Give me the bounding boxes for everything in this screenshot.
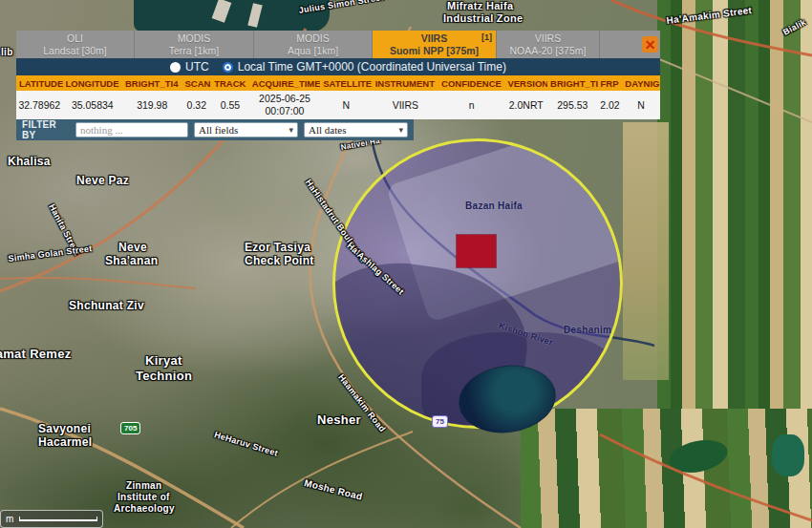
map-place-label: Nesher bbox=[317, 412, 361, 427]
map-place-label: Archaeology bbox=[114, 503, 175, 514]
map-place-label: Neve bbox=[118, 241, 147, 254]
col-frp: FRP bbox=[598, 78, 623, 89]
col-bright-ti4: BRIGHT_TI4 bbox=[122, 78, 182, 89]
cell-confidence: n bbox=[438, 99, 504, 111]
col-satellite: SATELLITE bbox=[320, 78, 373, 89]
tab-modis-terra[interactable]: MODIS Terra [1km] bbox=[135, 31, 254, 58]
col-confidence: CONFIDENCE bbox=[438, 78, 504, 89]
cell-latitude: 32.78962 bbox=[16, 99, 63, 111]
local-time-label: Local Time GMT+0000 (Coordinated Univers… bbox=[238, 60, 506, 74]
tab-oli-landsat[interactable]: OLI Landsat [30m] bbox=[16, 31, 135, 58]
tab-label-line2: Aqua [1km] bbox=[254, 45, 372, 57]
map-place-label: Zinman bbox=[126, 480, 161, 491]
chevron-down-icon: ▾ bbox=[398, 125, 403, 135]
map-place-label: Bazan Haifa bbox=[465, 201, 523, 211]
radio-selected-icon bbox=[223, 62, 233, 73]
tabbar-filler: ✕ bbox=[600, 31, 660, 58]
cell-frp: 2.02 bbox=[598, 99, 623, 111]
cell-instrument: VIIRS bbox=[373, 99, 438, 111]
map-place-label: Kiryat bbox=[145, 353, 182, 368]
map-place-label: Khalisa bbox=[8, 155, 51, 168]
map-place-label: lib bbox=[1, 47, 13, 57]
col-acquire-time: ACQUIRE_TIME bbox=[249, 78, 320, 89]
map-place-label: Hacarmel bbox=[38, 435, 92, 449]
fields-select-value: All fields bbox=[199, 124, 238, 136]
tab-label-line2: NOAA-20 [375m] bbox=[497, 45, 599, 57]
detection-count-badge: [1] bbox=[481, 32, 492, 44]
sensor-tabbar: OLI Landsat [30m] MODIS Terra [1km] MODI… bbox=[16, 31, 660, 58]
map-place-label: Ezor Tasiya bbox=[245, 241, 310, 254]
tab-viirs-noaa20[interactable]: VIIRS NOAA-20 [375m] bbox=[497, 31, 600, 58]
firms-data-panel: OLI Landsat [30m] MODIS Terra [1km] MODI… bbox=[16, 31, 660, 140]
map-place-label: Neve Paz bbox=[76, 174, 129, 187]
close-icon[interactable]: ✕ bbox=[642, 36, 658, 53]
scale-label: m bbox=[6, 514, 13, 524]
map-place-label: Industrial Zone bbox=[443, 12, 523, 24]
col-instrument: INSTRUMENT bbox=[373, 78, 438, 89]
col-bright-ti5: BRIGHT_TI5 bbox=[547, 78, 598, 89]
cell-longitude: 35.05834 bbox=[63, 99, 122, 111]
map-place-label: Ramat Remez bbox=[0, 347, 72, 361]
tab-label-line1: OLI bbox=[16, 32, 134, 45]
filter-text-input[interactable] bbox=[75, 122, 188, 137]
map-place-label: Mifratz Haifa bbox=[447, 0, 513, 11]
map-place-label: Institute of bbox=[118, 492, 170, 502]
utc-label: UTC bbox=[185, 60, 209, 74]
tab-label-line1: MODIS bbox=[254, 32, 372, 45]
time-mode-bar: UTC Local Time GMT+0000 (Coordinated Uni… bbox=[16, 58, 660, 75]
cell-scan: 0.32 bbox=[182, 99, 211, 111]
map-place-label: Sha'anan bbox=[105, 254, 158, 267]
road-shield-badge: 75 bbox=[432, 415, 448, 428]
filter-by-label: FILTER BY bbox=[22, 119, 70, 140]
col-daynight: DAYNIGHT bbox=[622, 78, 660, 89]
filter-bar: FILTER BY All fields ▾ All dates ▾ bbox=[16, 119, 414, 140]
tab-label-line1: VIIRS bbox=[373, 32, 496, 45]
table-header-row: LATITUDE LONGITUDE BRIGHT_TI4 SCAN TRACK… bbox=[16, 75, 660, 91]
detection-table-row[interactable]: 32.78962 35.05834 319.98 0.32 0.55 2025-… bbox=[16, 91, 660, 119]
tab-modis-aqua[interactable]: MODIS Aqua [1km] bbox=[254, 31, 373, 58]
firms-map-screen: Julius Simon StreetMifratz HaifaIndustri… bbox=[0, 0, 812, 528]
tab-label-line1: MODIS bbox=[135, 32, 253, 45]
dates-select-value: All dates bbox=[309, 124, 346, 136]
cell-version: 2.0NRT bbox=[504, 99, 547, 111]
map-place-label: Savyonei bbox=[38, 422, 91, 435]
tab-label-line2: Landsat [30m] bbox=[16, 45, 134, 57]
map-place-label: Shchunat Ziv bbox=[69, 299, 144, 312]
map-scale-bar: m bbox=[0, 510, 103, 528]
tab-viirs-snpp[interactable]: [1] VIIRS Suomi NPP [375m] bbox=[373, 31, 497, 58]
cell-daynight: N bbox=[622, 99, 660, 111]
scale-line bbox=[19, 517, 97, 521]
col-track: TRACK bbox=[211, 78, 249, 89]
cell-bright-ti4: 319.98 bbox=[122, 99, 182, 111]
acquire-clock: 00:07:00 bbox=[249, 105, 320, 117]
map-place-label: Technion bbox=[136, 369, 192, 383]
acquire-date: 2025-06-25 bbox=[249, 93, 320, 105]
map-place-label: Deshanim bbox=[564, 325, 611, 335]
col-scan: SCAN bbox=[182, 78, 211, 89]
col-version: VERSION bbox=[504, 78, 547, 89]
filter-fields-select[interactable]: All fields ▾ bbox=[194, 122, 298, 137]
tab-label-line2: Suomi NPP [375m] bbox=[373, 45, 496, 57]
filter-dates-select[interactable]: All dates ▾ bbox=[304, 122, 408, 137]
chevron-down-icon: ▾ bbox=[289, 125, 294, 135]
tab-label-line2: Terra [1km] bbox=[135, 45, 253, 57]
cell-track: 0.55 bbox=[211, 99, 249, 111]
cell-satellite: N bbox=[320, 99, 373, 111]
cell-bright-ti5: 295.53 bbox=[547, 99, 598, 111]
tab-label-line1: VIIRS bbox=[497, 32, 599, 45]
col-longitude: LONGITUDE bbox=[63, 78, 122, 89]
col-latitude: LATITUDE bbox=[16, 78, 63, 89]
road-shield-badge: 705 bbox=[120, 422, 140, 434]
fire-detection-marker[interactable] bbox=[457, 235, 496, 267]
cell-acquire-time: 2025-06-25 00:07:00 bbox=[249, 93, 320, 117]
utc-radio-option[interactable]: UTC bbox=[170, 60, 209, 74]
radio-icon bbox=[170, 62, 181, 73]
local-time-radio-option[interactable]: Local Time GMT+0000 (Coordinated Univers… bbox=[223, 60, 506, 74]
map-place-label: Check Point bbox=[245, 254, 314, 267]
